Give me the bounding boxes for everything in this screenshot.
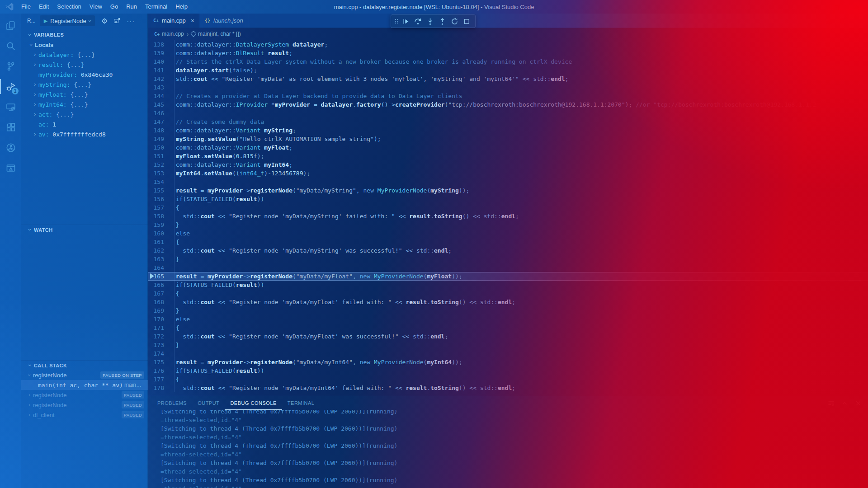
code-line[interactable]: 155 result = myProvider->registerNode("m… xyxy=(148,186,868,195)
breadcrumb-file[interactable]: C+ main.cpp xyxy=(154,31,184,37)
code-line[interactable]: 144 // Creates a provider at Data Layer … xyxy=(148,92,868,100)
circle-branch-icon[interactable] xyxy=(0,137,21,158)
close-panel-icon[interactable] xyxy=(855,400,862,407)
step-into-button[interactable] xyxy=(424,16,436,27)
launch-config-dropdown[interactable]: ▶ RegisterNode › xyxy=(40,15,95,26)
code-line[interactable]: 170 else xyxy=(148,315,868,324)
tab-main.cpp[interactable]: C+main.cpp× xyxy=(148,14,199,28)
panel-tab-debug-console[interactable]: DEBUG CONSOLE xyxy=(225,397,282,410)
code-line[interactable]: 174 xyxy=(148,349,868,358)
menu-file[interactable]: File xyxy=(17,0,35,14)
stack-thread-row[interactable]: ›dl_clientPAUSED xyxy=(21,410,148,420)
start-debug-icon[interactable]: ▶ xyxy=(44,18,47,24)
restore-button[interactable] xyxy=(826,0,847,14)
code-line[interactable]: 163 } xyxy=(148,255,868,263)
menu-terminal[interactable]: Terminal xyxy=(141,0,171,14)
code-line[interactable]: 168 std::cout << "Register node 'myData/… xyxy=(148,298,868,306)
code-line[interactable]: 141 datalayer.start(false); xyxy=(148,66,868,75)
panel-tab-problems[interactable]: PROBLEMS xyxy=(152,397,192,409)
variable-row[interactable]: ›result: {...} xyxy=(21,60,148,70)
code-line[interactable]: 152 comm::datalayer::Variant myInt64; xyxy=(148,160,868,169)
output-window-icon[interactable] xyxy=(0,158,21,178)
code-line[interactable]: 143 xyxy=(148,83,868,92)
split-editor-icon[interactable] xyxy=(840,17,847,24)
more-actions-icon[interactable]: ··· xyxy=(127,17,135,25)
code-line[interactable]: 140 // Starts the ctrlX Data Layer syste… xyxy=(148,57,868,66)
menu-view[interactable]: View xyxy=(85,0,106,14)
code-line[interactable]: 158 std::cout << "Register node 'myData/… xyxy=(148,212,868,221)
stack-thread-row[interactable]: ›registerNodePAUSED ON STEP xyxy=(21,370,148,380)
code-line[interactable]: 149 myString.setValue("Hello ctrlX AUTOM… xyxy=(148,135,868,143)
menu-run[interactable]: Run xyxy=(122,0,141,14)
code-line[interactable]: 175 result = myProvider->registerNode("m… xyxy=(148,358,868,366)
code-line[interactable]: 162 std::cout << "Register node 'myData/… xyxy=(148,246,868,255)
restart-button[interactable] xyxy=(448,16,461,27)
code-line[interactable]: 146 xyxy=(148,109,868,117)
code-line[interactable]: 145 comm::datalayer::IProvider *myProvid… xyxy=(148,100,868,109)
remote-explorer-icon[interactable] xyxy=(0,97,21,117)
watch-section-header[interactable]: › WATCH xyxy=(21,225,148,235)
panel-tab-terminal[interactable]: TERMINAL xyxy=(282,397,320,409)
code-line[interactable]: 178 std::cout << "Register node 'myData/… xyxy=(148,384,868,392)
code-line[interactable]: 166 if(STATUS_FAILED(result)) xyxy=(148,281,868,289)
code-line[interactable]: 147 // Create some dummy data xyxy=(148,117,868,126)
extensions-icon[interactable] xyxy=(0,117,21,137)
minimap[interactable] xyxy=(809,40,861,395)
menu-selection[interactable]: Selection xyxy=(53,0,85,14)
editor-scrollbar[interactable] xyxy=(861,40,868,395)
code-editor[interactable]: 138 comm::datalayer::DatalayerSystem dat… xyxy=(148,40,868,396)
menu-go[interactable]: Go xyxy=(106,0,122,14)
code-line[interactable]: 172 std::cout << "Register node 'myData/… xyxy=(148,332,868,341)
stack-thread-row[interactable]: ›registerNodePAUSED xyxy=(21,390,148,400)
run-task-icon[interactable] xyxy=(826,17,833,24)
search-icon[interactable] xyxy=(0,36,21,56)
code-line[interactable]: 164 xyxy=(148,263,868,272)
variable-row[interactable]: ›av: 0x7fffffffedcd8 xyxy=(21,129,148,139)
code-line[interactable]: 138 comm::datalayer::DatalayerSystem dat… xyxy=(148,40,868,49)
breadcrumb-symbol[interactable]: main(int, char * []) xyxy=(191,31,241,37)
code-line[interactable]: 151 myFloat.setValue(0.815f); xyxy=(148,152,868,160)
variable-row[interactable]: ›myString: {...} xyxy=(21,80,148,89)
code-line[interactable]: 176 if(STATUS_FAILED(result)) xyxy=(148,366,868,375)
step-out-button[interactable] xyxy=(436,16,448,27)
menu-edit[interactable]: Edit xyxy=(35,0,53,14)
variable-row[interactable]: ac: 1 xyxy=(21,119,148,129)
variable-row[interactable]: ›myInt64: {...} xyxy=(21,99,148,109)
code-line[interactable]: 154 xyxy=(148,178,868,186)
code-line[interactable]: 153 myInt64.setValue((int64_t)-123456789… xyxy=(148,169,868,178)
code-line[interactable]: 156 if(STATUS_FAILED(result)) xyxy=(148,195,868,203)
code-line[interactable]: 157 { xyxy=(148,203,868,212)
code-line[interactable]: 171 { xyxy=(148,324,868,332)
code-line[interactable]: 150 comm::datalayer::Variant myFloat; xyxy=(148,143,868,152)
stack-thread-row[interactable]: ›registerNodePAUSED xyxy=(21,400,148,410)
run-debug-icon[interactable]: 1 xyxy=(0,76,21,97)
panel-tab-output[interactable]: OUTPUT xyxy=(192,397,225,409)
code-line[interactable]: 159 } xyxy=(148,221,868,229)
more-actions-icon[interactable]: ··· xyxy=(854,17,863,25)
variables-section-header[interactable]: › VARIABLES xyxy=(21,30,148,40)
close-window-button[interactable]: × xyxy=(847,0,868,14)
continue-button[interactable] xyxy=(400,16,412,27)
code-line[interactable]: 165 result = myProvider->registerNode("m… xyxy=(148,272,868,281)
variable-row[interactable]: ›datalayer: {...} xyxy=(21,50,148,60)
code-line[interactable]: 161 { xyxy=(148,238,868,246)
code-line[interactable]: 173 } xyxy=(148,341,868,349)
variable-row[interactable]: ›myFloat: {...} xyxy=(21,89,148,99)
step-over-button[interactable] xyxy=(412,16,424,27)
code-line[interactable]: 160 else xyxy=(148,229,868,238)
code-line[interactable]: 167 { xyxy=(148,289,868,298)
maximize-panel-icon[interactable] xyxy=(841,400,848,407)
clear-console-icon[interactable] xyxy=(828,400,835,407)
stop-button[interactable] xyxy=(461,16,473,27)
close-tab-icon[interactable]: × xyxy=(191,17,194,24)
explorer-icon[interactable] xyxy=(0,15,21,36)
debug-console-icon[interactable] xyxy=(113,17,121,24)
minimize-button[interactable]: – xyxy=(806,0,826,14)
toolbar-grip-icon[interactable] xyxy=(393,16,400,27)
scope-locals[interactable]: › Locals xyxy=(21,40,148,50)
gear-icon[interactable]: ⚙ xyxy=(101,17,108,25)
code-line[interactable]: 148 comm::datalayer::Variant myString; xyxy=(148,126,868,135)
menu-help[interactable]: Help xyxy=(171,0,192,14)
tab-launch.json[interactable]: {}launch.json xyxy=(199,14,248,28)
variable-row[interactable]: ›act: {...} xyxy=(21,109,148,119)
